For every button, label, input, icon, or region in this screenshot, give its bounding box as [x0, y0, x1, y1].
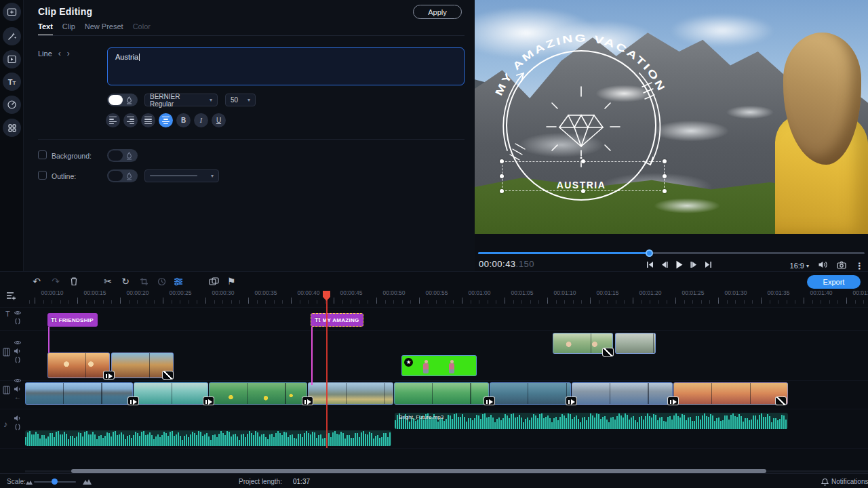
sidebar-item-transitions[interactable] — [3, 50, 21, 68]
kebab-menu-button[interactable]: ⋮ — [855, 261, 864, 271]
selection-handle[interactable] — [663, 159, 667, 163]
font-color-toggle[interactable] — [107, 94, 138, 106]
video-clip-lake[interactable] — [25, 382, 133, 405]
crop-button[interactable] — [138, 275, 150, 287]
zoom-out-mountain-icon[interactable] — [26, 479, 33, 485]
export-button[interactable]: Export — [807, 275, 861, 289]
apply-button[interactable]: Apply — [413, 5, 462, 19]
clip-properties-button[interactable] — [172, 275, 184, 287]
overlay-clip-greenscreen[interactable]: ★ — [401, 355, 477, 376]
video-clip-raft[interactable] — [490, 382, 571, 405]
transition-arrow-icon[interactable] — [103, 371, 115, 380]
italic-button[interactable]: I — [194, 113, 208, 127]
transition-slash-icon[interactable] — [775, 396, 787, 405]
sidebar-item-titles[interactable]: TT — [3, 73, 21, 91]
title-overlay-stamp[interactable]: MY AMAZING VACATION AUSTRIA — [475, 0, 868, 234]
outline-checkbox[interactable] — [38, 171, 47, 180]
zoom-in-mountain-icon[interactable] — [83, 478, 92, 485]
outline-width-select[interactable]: ▾ — [144, 169, 219, 182]
video-preview[interactable]: MY AMAZING VACATION AUSTRIA — [475, 0, 868, 234]
tab-color[interactable]: Color — [133, 22, 151, 36]
sidebar-item-media[interactable] — [3, 3, 21, 21]
background-color-toggle[interactable] — [107, 149, 138, 162]
align-right-button[interactable] — [123, 113, 138, 127]
selection-handle[interactable] — [581, 189, 585, 193]
redo-button[interactable]: ↷ — [50, 275, 62, 287]
transition-arrow-icon[interactable] — [127, 396, 139, 405]
split-scissors-button[interactable]: ✂ — [102, 275, 114, 287]
rotate-button[interactable]: ↻ — [119, 275, 132, 287]
scale-slider-handle[interactable] — [52, 479, 58, 485]
seek-handle[interactable] — [646, 249, 653, 257]
play-button[interactable] — [674, 260, 684, 270]
transition-arrow-icon[interactable] — [484, 396, 495, 405]
bold-button[interactable]: B — [176, 113, 191, 127]
skip-to-end-button[interactable] — [704, 260, 713, 269]
title-clip[interactable]: TtMY AMAZING — [311, 313, 363, 327]
text-selection-box[interactable] — [502, 161, 665, 191]
selection-handle[interactable] — [500, 174, 504, 178]
video-clip-river[interactable] — [394, 382, 489, 405]
selection-handle[interactable] — [500, 159, 504, 163]
audio-clip[interactable]: Bright_Future.mp3 — [395, 413, 788, 429]
clip-speed-button[interactable] — [155, 275, 167, 287]
selection-handle[interactable] — [581, 159, 585, 163]
overlay-clip-mist[interactable] — [615, 333, 656, 354]
background-checkbox[interactable] — [38, 150, 47, 159]
speaker-icon[interactable] — [14, 348, 22, 354]
sidebar-item-filters[interactable] — [3, 27, 21, 45]
aspect-ratio-select[interactable]: 16:9 ▾ — [790, 262, 809, 270]
align-left-button[interactable] — [106, 113, 120, 127]
video-clip-mountain[interactable] — [572, 382, 673, 405]
transition-arrow-icon[interactable] — [566, 396, 577, 405]
speaker-icon[interactable] — [14, 415, 22, 422]
undo-button[interactable]: ↶ — [31, 275, 43, 287]
timeline-ruler[interactable]: 00:00:1000:00:1500:00:2000:00:2500:00:30… — [0, 289, 868, 296]
selection-handle[interactable] — [500, 189, 504, 193]
arrow-left-icon[interactable]: ← — [14, 393, 21, 401]
title-clip[interactable]: TtFRIENDSHIP — [47, 313, 98, 327]
align-justify-button[interactable] — [141, 113, 155, 127]
font-size-select[interactable]: 50 ▾ — [225, 94, 256, 106]
tab-new-preset[interactable]: New Preset — [85, 22, 123, 36]
sidebar-item-stickers[interactable] — [3, 96, 21, 114]
title-text-input[interactable]: Austria — [107, 47, 465, 85]
marker-flag-button[interactable]: ⚑ — [225, 275, 237, 287]
bell-icon[interactable] — [821, 478, 829, 486]
overlay-clip-sunset[interactable] — [47, 352, 110, 378]
align-center-button[interactable] — [159, 113, 173, 127]
next-line-button[interactable]: › — [67, 49, 70, 58]
video-clip-sunset2[interactable] — [673, 382, 788, 405]
link-icon[interactable] — [14, 424, 21, 430]
transition-arrow-icon[interactable] — [302, 396, 313, 405]
video-clip-sea[interactable] — [134, 382, 208, 405]
video-clip-lake2[interactable] — [308, 382, 393, 405]
transition-slash-icon[interactable] — [602, 348, 614, 357]
link-icon[interactable] — [14, 357, 21, 363]
transition-arrow-icon[interactable] — [203, 396, 214, 405]
eye-icon[interactable] — [14, 310, 22, 316]
selection-handle[interactable] — [663, 174, 667, 178]
notifications-label[interactable]: Notifications — [831, 478, 868, 485]
font-family-select[interactable]: BERNIER Regular ▾ — [144, 94, 218, 106]
speaker-icon[interactable] — [14, 386, 22, 392]
tab-text[interactable]: Text — [38, 22, 53, 36]
video-clip-kayak[interactable] — [209, 382, 307, 405]
underline-button[interactable]: U — [212, 113, 226, 127]
selection-handle[interactable] — [663, 189, 667, 193]
prev-line-button[interactable]: ‹ — [58, 49, 61, 58]
volume-button[interactable] — [818, 260, 828, 272]
link-icon[interactable] — [14, 318, 21, 325]
transition-arrow-icon[interactable] — [667, 396, 679, 405]
delete-button[interactable] — [68, 275, 80, 287]
next-frame-button[interactable] — [690, 260, 698, 269]
snapshot-camera-button[interactable] — [837, 260, 846, 272]
eye-icon[interactable] — [14, 378, 22, 384]
outline-color-toggle[interactable] — [107, 169, 138, 182]
transition-slash-icon[interactable] — [162, 371, 174, 380]
audio-clip[interactable] — [25, 430, 391, 446]
eye-icon[interactable] — [14, 340, 22, 346]
previous-frame-button[interactable] — [660, 260, 669, 269]
skip-to-start-button[interactable] — [646, 260, 654, 269]
tab-clip[interactable]: Clip — [62, 22, 75, 36]
